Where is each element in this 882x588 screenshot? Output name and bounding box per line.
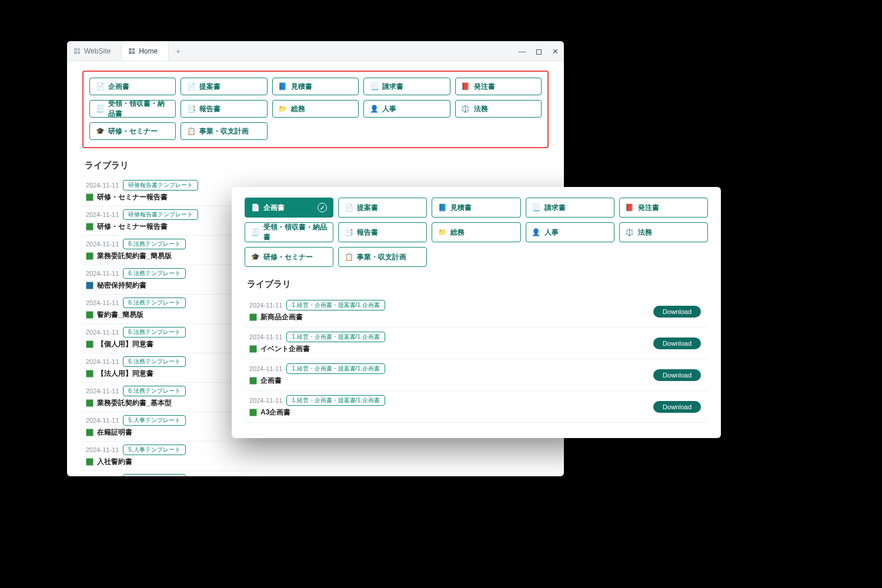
library-row[interactable]: 2024-11-111.経営・企画書・提案書/1.企画書A3企画書Downloa… (245, 391, 708, 423)
category-label: 総務 (450, 228, 465, 238)
category-label: 発注書 (474, 82, 495, 92)
category-tile[interactable]: 📄企画書✓ (245, 198, 333, 218)
grid-icon (74, 48, 80, 54)
category-tile[interactable]: 📑報告書 (338, 222, 427, 242)
download-button[interactable]: Download (653, 401, 701, 413)
library-row[interactable]: 2024-11-111.経営・企画書・提案書/1.企画書企画書Download (245, 359, 708, 391)
category-tile[interactable]: 📄提案書 (338, 198, 427, 218)
category-tile[interactable]: 📋事業・収支計画 (338, 247, 427, 267)
document-icon (86, 193, 93, 201)
category-label: 発注書 (638, 203, 659, 213)
library-row[interactable]: 2024-11-111.経営・企画書・提案書/1.企画書新商品企画書Downlo… (245, 296, 708, 328)
row-tag: 5.人事テンプレート (123, 415, 185, 426)
category-tile[interactable]: 📑報告書 (181, 100, 267, 118)
row-date: 2024-11-11 (86, 182, 119, 189)
category-tile[interactable]: 📕発注書 (619, 198, 708, 218)
category-tile[interactable]: 📘見積書 (272, 78, 359, 95)
download-button[interactable]: Download (653, 306, 701, 318)
category-tile[interactable]: 📄企画書 (89, 78, 176, 95)
category-tile[interactable]: 📋事業・収支計画 (181, 122, 267, 140)
document-icon (86, 370, 93, 377)
category-icon: 👤 (370, 105, 378, 113)
row-title-text: 【個人用】同意書 (97, 339, 153, 349)
document-icon (249, 409, 257, 416)
tab-add-button[interactable]: + (169, 41, 188, 61)
document-icon (249, 377, 257, 385)
row-date: 2024-11-11 (86, 446, 119, 453)
category-tile[interactable]: 📃請求書 (363, 78, 450, 95)
category-tile[interactable]: 📄提案書 (181, 78, 267, 95)
category-tile[interactable]: 📕発注書 (455, 78, 542, 95)
library-heading: ライブラリ (85, 160, 549, 171)
row-title-text: 誓約書_簡易版 (97, 310, 143, 320)
document-icon (86, 282, 93, 289)
category-tile[interactable]: 🧾受領・領収書・納品書 (89, 100, 176, 118)
row-date: 2024-11-11 (86, 387, 119, 395)
category-tile[interactable]: 📁総務 (272, 100, 359, 118)
category-icon: 🧾 (251, 228, 259, 236)
category-label: 研修・セミナー (108, 126, 158, 136)
category-label: 受領・領収書・納品書 (263, 222, 327, 242)
row-title-text: 研修・セミナー報告書 (97, 222, 168, 232)
category-icon: ⚖️ (626, 228, 634, 236)
category-tile[interactable]: 🎓研修・セミナー (245, 247, 333, 267)
category-icon: 🧾 (96, 105, 104, 113)
document-icon (86, 340, 93, 348)
row-title-text: 新商品企画書 (260, 312, 303, 322)
category-tile[interactable]: 📘見積書 (432, 198, 520, 218)
category-label: 事業・収支計画 (357, 252, 406, 262)
filter-panel: 📄企画書✓📄提案書📘見積書📃請求書📕発注書🧾受領・領収書・納品書📑報告書📁総務👤… (232, 187, 721, 438)
row-date: 2024-11-11 (86, 240, 119, 248)
titlebar: WebSite Home + — ✕ (67, 41, 564, 61)
category-tile[interactable]: ⚖️法務 (455, 100, 542, 118)
row-tag: 研修報告書テンプレート (123, 209, 198, 220)
category-label: 請求書 (382, 82, 403, 92)
tab-home[interactable]: Home (122, 41, 169, 61)
category-tile[interactable]: 👤人事 (363, 100, 450, 118)
category-label: 報告書 (357, 228, 378, 238)
row-date: 2024-11-11 (86, 329, 119, 336)
minimize-button[interactable]: — (517, 47, 527, 56)
row-tag: 6.法務テンプレート (123, 327, 185, 338)
document-icon (86, 458, 93, 466)
document-icon (249, 345, 257, 353)
category-label: 総務 (291, 104, 305, 114)
category-icon: 📄 (96, 82, 104, 91)
category-tile[interactable]: 📁総務 (432, 222, 520, 242)
download-button[interactable]: Download (653, 338, 701, 349)
category-tile[interactable]: ⚖️法務 (619, 222, 708, 242)
category-label: 請求書 (544, 203, 566, 213)
close-button[interactable]: ✕ (550, 47, 560, 56)
category-label: 提案書 (199, 82, 220, 92)
document-icon (86, 223, 93, 230)
check-icon: ✓ (318, 203, 327, 212)
row-date: 2024-11-11 (86, 476, 119, 476)
category-tile[interactable]: 🧾受領・領収書・納品書 (245, 222, 333, 242)
category-tile[interactable]: 👤人事 (526, 222, 614, 242)
library-row[interactable]: 2024-11-115.人事テンプレート入社承諾書Download (82, 471, 549, 476)
category-icon: 📄 (187, 82, 195, 91)
category-tile[interactable]: 📃請求書 (526, 198, 614, 218)
row-date: 2024-11-11 (249, 365, 282, 372)
grid-icon (129, 48, 135, 54)
category-tile[interactable]: 🎓研修・セミナー (89, 122, 176, 140)
category-label: 企画書 (108, 82, 129, 92)
row-tag: 5.人事テンプレート (123, 474, 185, 476)
row-title-text: 企画書 (260, 376, 282, 386)
category-icon: 📘 (279, 82, 287, 91)
category-label: 受領・領収書・納品書 (108, 99, 169, 119)
category-icon: 📃 (532, 203, 540, 212)
row-date: 2024-11-11 (249, 333, 282, 340)
category-icon: 📕 (626, 203, 634, 212)
tab-website[interactable]: WebSite (67, 41, 122, 61)
category-icon: 📋 (345, 253, 353, 261)
library-row[interactable]: 2024-11-111.経営・企画書・提案書/1.企画書イベント企画書Downl… (245, 328, 708, 359)
row-tag: 5.人事テンプレート (123, 445, 185, 455)
download-button[interactable]: Download (653, 369, 701, 381)
row-tag: 6.法務テンプレート (123, 386, 185, 396)
category-icon: 📁 (438, 228, 446, 236)
category-label: 研修・セミナー (263, 252, 313, 262)
maximize-button[interactable] (533, 47, 544, 56)
library-row[interactable]: 2024-11-115.人事テンプレート入社誓約書 (82, 442, 549, 471)
category-label: 企画書 (263, 203, 285, 213)
